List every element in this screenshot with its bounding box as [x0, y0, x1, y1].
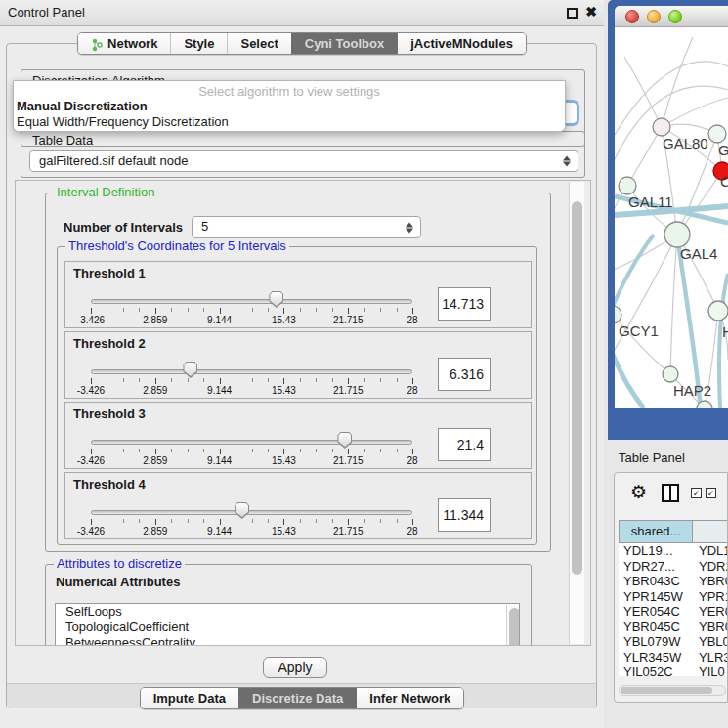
network-view[interactable]: GAL80GACGAL11GAL4GCY1HHAP2 [615, 27, 728, 408]
threshold-1-value-field[interactable]: 14.713 [438, 287, 491, 321]
slider-tick [188, 378, 189, 382]
network-node[interactable] [615, 306, 621, 323]
top-tab-bar: Network Style Select Cyni Toolbox jActiv… [0, 32, 604, 55]
attribute-list-item[interactable]: SelfLoops [56, 604, 519, 620]
slider-tick [348, 519, 349, 525]
slider-tick-label: 2.859 [131, 315, 180, 325]
table-row[interactable]: YER054CYER0 [619, 604, 728, 620]
slider-tick [380, 308, 381, 312]
apply-button[interactable]: Apply [263, 657, 327, 678]
tab-network[interactable]: Network [78, 33, 170, 54]
slider-tick [316, 378, 317, 382]
close-traffic-light-icon[interactable] [625, 10, 639, 23]
threshold-4-value-field[interactable]: 11.344 [438, 498, 491, 532]
table-row[interactable]: YBR043CYBR0 [619, 574, 728, 589]
slider-thumb[interactable] [183, 362, 197, 378]
table-row[interactable]: YDL19...YDL1 [619, 543, 728, 559]
table-horizontal-scrollbar[interactable] [619, 685, 726, 696]
slider-tick [123, 378, 124, 382]
tab-discretize-data[interactable]: Discretize Data [238, 688, 356, 708]
column-header-name[interactable]: na [693, 520, 728, 543]
network-node[interactable] [664, 222, 690, 247]
slider-tick [332, 519, 333, 523]
slider-tick [91, 449, 92, 454]
slider-tick-label: 28 [388, 385, 437, 396]
network-edge[interactable] [670, 235, 677, 374]
slider-tick [412, 519, 413, 525]
slider-tick [220, 378, 221, 384]
algorithm-option-manual[interactable]: Manual Discretization [14, 99, 565, 114]
algorithm-placeholder-option[interactable]: Select algorithm to view settings [14, 81, 565, 99]
threshold-3-value-field[interactable]: 21.4 [438, 428, 491, 461]
slider-tick [203, 308, 204, 312]
network-edge-highlighted[interactable] [615, 350, 644, 408]
table-data-combo[interactable]: galFiltered.sif default node [29, 150, 578, 172]
slider-tick [236, 449, 236, 452]
close-icon[interactable]: ✖ [585, 4, 597, 20]
number-of-intervals-combo[interactable]: 5 [192, 216, 421, 238]
network-edge[interactable] [627, 127, 662, 186]
slider-tick [268, 378, 269, 382]
attribute-list-item[interactable]: TopologicalCoefficient [56, 620, 519, 635]
table-row[interactable]: YBL079WYBL0 [619, 634, 728, 650]
number-of-intervals-label: Number of Intervals [64, 220, 183, 235]
checkbox-icon[interactable]: ✓ [691, 488, 702, 498]
slider-thumb[interactable] [269, 291, 283, 308]
tab-style[interactable]: Style [170, 33, 227, 54]
slider-tick [380, 519, 381, 523]
tab-infer-network[interactable]: Infer Network [356, 688, 463, 708]
attribute-list-item[interactable]: BetweennessCentrality [56, 635, 519, 646]
slider-tick [316, 449, 317, 452]
slider-track [91, 369, 412, 374]
checkbox-icon[interactable]: ✓ [706, 488, 716, 498]
slider-tick-label: 2.859 [131, 526, 180, 536]
list-scrollbar[interactable] [506, 605, 519, 646]
table-row[interactable]: YIL052CYIL0 [619, 664, 728, 676]
zoom-traffic-light-icon[interactable] [668, 10, 682, 23]
settings-scrollbar[interactable] [569, 182, 584, 644]
slider-tick [364, 378, 365, 382]
column-layout-icon[interactable] [662, 484, 679, 502]
table-row[interactable]: YBR045CYBR0 [619, 620, 728, 635]
slider-tick-label: 9.144 [195, 315, 244, 325]
gear-icon[interactable]: ⚙ [630, 481, 647, 503]
slider-tick [220, 519, 221, 525]
float-window-icon[interactable] [567, 8, 578, 19]
slider-tick-label: -3.426 [66, 315, 115, 325]
slider-tick-label: 21.715 [323, 385, 372, 396]
table-panel: Table Panel ⚙ ✓ ✓ shared... na YDL19...Y… [604, 440, 728, 728]
numerical-attributes-list[interactable]: SelfLoopsTopologicalCoefficientBetweenne… [55, 603, 520, 646]
network-node[interactable] [653, 118, 670, 136]
network-node[interactable] [663, 366, 678, 382]
slider-tick-label: -3.426 [66, 526, 115, 536]
tab-network-label: Network [107, 33, 157, 54]
network-node[interactable] [708, 301, 728, 321]
network-edge[interactable] [662, 98, 728, 127]
network-node[interactable] [708, 125, 726, 143]
tab-impute-data[interactable]: Impute Data [141, 688, 238, 708]
slider-tick [300, 519, 301, 523]
slider-thumb[interactable] [337, 432, 352, 449]
threshold-2-value-field[interactable]: 6.316 [438, 358, 491, 391]
slider-tick [139, 449, 140, 452]
slider-tick-label: 2.859 [131, 455, 180, 466]
network-edge-highlighted[interactable] [615, 235, 654, 311]
tab-jactivemnodules[interactable]: jActiveMNodules [397, 33, 526, 54]
network-node[interactable] [619, 177, 636, 194]
slider-tick-label: 9.144 [195, 526, 244, 536]
network-window-titlebar[interactable] [615, 6, 728, 27]
slider-tick [380, 378, 381, 382]
algorithm-option-equal-width[interactable]: Equal Width/Frequency Discretization [14, 114, 565, 130]
slider-tick [203, 378, 204, 382]
table-row[interactable]: YLR345WYLR3 [619, 650, 728, 665]
slider-thumb[interactable] [235, 502, 249, 519]
network-edge[interactable] [662, 37, 693, 127]
table-row[interactable]: YPR145WYPR1 [619, 589, 728, 605]
tab-select[interactable]: Select [227, 33, 290, 54]
minimize-traffic-light-icon[interactable] [647, 10, 661, 23]
table-row[interactable]: YDR27...YDR2 [619, 559, 728, 575]
tab-cyni-toolbox[interactable]: Cyni Toolbox [291, 33, 397, 54]
slider-tick [380, 449, 381, 452]
column-header-shared-name[interactable]: shared... [619, 520, 693, 543]
network-node-label: C [720, 173, 728, 190]
